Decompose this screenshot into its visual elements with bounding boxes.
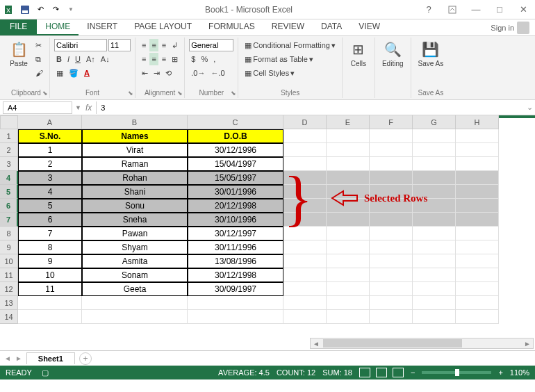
zoom-thumb[interactable] [455, 369, 459, 376]
cell[interactable] [82, 310, 188, 324]
font-launcher[interactable]: ⬊ [128, 90, 133, 97]
cell[interactable] [413, 310, 456, 324]
cell[interactable]: Raman [82, 157, 188, 171]
align-left-button[interactable]: ≡ [140, 53, 148, 65]
cell[interactable]: 3 [18, 171, 82, 185]
close-button[interactable]: ✕ [514, 3, 532, 17]
wrap-text-button[interactable]: ↲ [170, 39, 180, 51]
cell[interactable] [413, 143, 456, 157]
cut-button[interactable]: ✂ [33, 39, 45, 51]
col-header-c[interactable]: C [188, 115, 283, 129]
cell[interactable] [18, 310, 82, 324]
cell[interactable] [456, 185, 499, 199]
font-name-select[interactable] [54, 39, 107, 51]
cells-button[interactable]: ⊞Cells [347, 39, 370, 69]
tab-home[interactable]: HOME [37, 19, 79, 35]
col-header-a[interactable]: A [18, 115, 82, 129]
cell[interactable]: 8 [18, 240, 82, 254]
formula-bar-expand[interactable]: ⌄ [524, 103, 535, 112]
cell[interactable] [370, 310, 413, 324]
cell[interactable] [370, 282, 413, 296]
cell[interactable] [283, 296, 327, 310]
cell[interactable] [283, 199, 327, 213]
save-button[interactable] [18, 3, 32, 17]
cell[interactable]: 15/05/1997 [188, 171, 283, 185]
formula-bar[interactable]: 3 [96, 101, 524, 114]
cell[interactable] [456, 310, 499, 324]
increase-font-button[interactable]: A↑ [84, 53, 97, 65]
cell[interactable]: 10 [18, 268, 82, 282]
cell[interactable]: Shyam [82, 240, 188, 254]
align-middle-button[interactable]: ≡ [149, 39, 158, 51]
cell[interactable] [413, 199, 456, 213]
cell[interactable] [456, 143, 499, 157]
row-header[interactable]: 11 [0, 268, 18, 282]
align-right-button[interactable]: ≡ [160, 53, 168, 65]
cell[interactable]: S.No. [18, 129, 82, 143]
row-header[interactable]: 13 [0, 296, 18, 310]
sign-in[interactable]: Sign in [485, 19, 535, 35]
decrease-decimal-button[interactable]: ←.0 [208, 67, 227, 79]
percent-button[interactable]: % [199, 53, 210, 65]
cell[interactable] [283, 129, 327, 143]
cell[interactable] [413, 282, 456, 296]
bold-button[interactable]: B [54, 53, 64, 65]
cell[interactable] [456, 227, 499, 240]
cell[interactable] [283, 171, 327, 185]
tab-data[interactable]: DATA [313, 19, 350, 35]
cell[interactable] [456, 254, 499, 268]
cell[interactable] [413, 157, 456, 171]
conditional-formatting-button[interactable]: ▦ Conditional Formatting ▾ [242, 39, 338, 51]
cell[interactable] [456, 296, 499, 310]
page-break-view-button[interactable] [393, 368, 404, 377]
row-header[interactable]: 3 [0, 157, 18, 171]
fx-icon[interactable]: fx [81, 103, 96, 113]
cell[interactable]: 30/01/1996 [188, 185, 283, 199]
cell[interactable] [413, 129, 456, 143]
maximize-button[interactable]: □ [491, 3, 509, 17]
paste-button[interactable]: 📋Paste [7, 39, 31, 69]
redo-button[interactable]: ↷ [49, 3, 63, 17]
cell[interactable]: 2 [18, 157, 82, 171]
editing-button[interactable]: 🔍Editing [379, 39, 406, 69]
cell[interactable] [327, 227, 370, 240]
save-as-button[interactable]: 💾Save As [415, 39, 447, 69]
sheet-nav-next[interactable]: ► [15, 354, 22, 362]
cells-area[interactable]: S.No.NamesD.O.B1Virat30/12/19962Raman15/… [18, 129, 535, 324]
cell[interactable] [413, 268, 456, 282]
name-box[interactable] [3, 101, 72, 114]
cell[interactable] [413, 185, 456, 199]
row-header[interactable]: 5 [0, 185, 18, 199]
cell[interactable] [327, 171, 370, 185]
minimize-button[interactable]: — [467, 3, 485, 17]
cell[interactable]: Sneha [82, 213, 188, 227]
tab-formulas[interactable]: FORMULAS [200, 19, 263, 35]
cell[interactable] [456, 282, 499, 296]
cell[interactable]: Rohan [82, 171, 188, 185]
number-format-select[interactable] [189, 39, 233, 51]
scroll-left-button[interactable]: ◄ [311, 340, 322, 348]
cell[interactable]: Virat [82, 143, 188, 157]
cell[interactable] [370, 157, 413, 171]
scroll-thumb[interactable] [323, 339, 462, 348]
cell[interactable] [82, 296, 188, 310]
col-header-h[interactable]: H [456, 115, 499, 129]
tab-insert[interactable]: INSERT [79, 19, 126, 35]
file-tab[interactable]: FILE [0, 19, 37, 35]
cell[interactable]: Shani [82, 185, 188, 199]
cell[interactable] [283, 185, 327, 199]
add-sheet-button[interactable]: + [79, 352, 92, 365]
comma-button[interactable]: , [211, 53, 217, 65]
align-bottom-button[interactable]: ≡ [160, 39, 168, 51]
scroll-right-button[interactable]: ► [522, 340, 533, 348]
format-as-table-button[interactable]: ▦ Format as Table ▾ [242, 53, 338, 65]
format-painter-button[interactable]: 🖌 [33, 67, 45, 79]
ribbon-collapse-button[interactable] [443, 3, 461, 17]
row-header[interactable]: 12 [0, 282, 18, 296]
accounting-button[interactable]: $ [189, 53, 197, 65]
cell[interactable]: Sonam [82, 268, 188, 282]
cell[interactable] [370, 254, 413, 268]
align-top-button[interactable]: ≡ [140, 39, 148, 51]
cell[interactable] [370, 143, 413, 157]
cell[interactable]: Names [82, 129, 188, 143]
